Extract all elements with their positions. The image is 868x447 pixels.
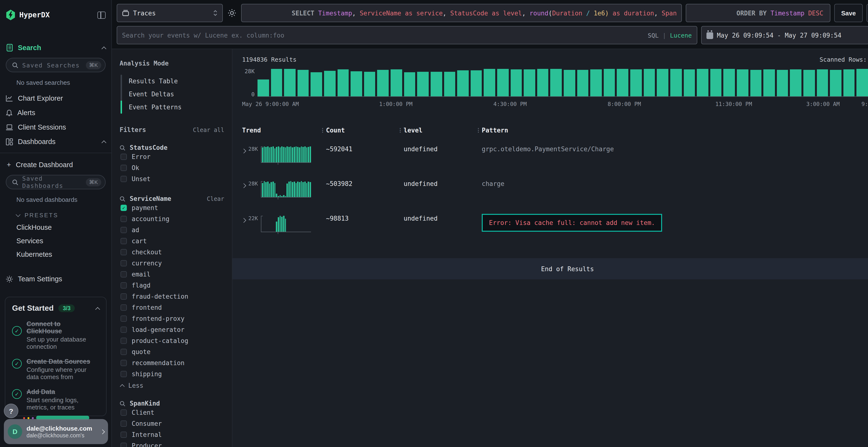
col-pattern[interactable]: Pattern	[482, 127, 868, 134]
filter-option-unset[interactable]: Unset	[120, 173, 224, 184]
save-button[interactable]: Save	[835, 4, 863, 22]
order-by-editor[interactable]: ORDER BY Timestamp DESC	[686, 4, 831, 22]
event-search-box[interactable]: SQL | Lucene	[117, 26, 697, 44]
checkbox[interactable]	[121, 315, 127, 322]
checkbox[interactable]	[121, 282, 127, 288]
filter-option-producer[interactable]: Producer	[120, 440, 224, 447]
checkbox[interactable]	[121, 260, 127, 266]
expand-row-icon[interactable]	[242, 145, 245, 163]
checkbox[interactable]	[121, 420, 127, 427]
checkbox[interactable]	[121, 349, 127, 355]
expand-row-icon[interactable]	[242, 215, 245, 232]
mode-event-patterns[interactable]: Event Patterns	[121, 101, 224, 114]
filter-option-shipping[interactable]: shipping	[120, 369, 224, 380]
checkbox[interactable]	[121, 176, 127, 182]
expand-row-icon[interactable]	[242, 180, 245, 198]
alerts-button[interactable]: Alerts	[866, 4, 868, 22]
table-row[interactable]: 28K ~592041 undefined grpc.oteldemo.Paym…	[242, 142, 868, 169]
query-language-toggle[interactable]: SQL | Lucene	[648, 32, 692, 39]
search-icon[interactable]	[120, 145, 125, 150]
checkbox[interactable]	[121, 432, 127, 438]
filter-option-product-catalog[interactable]: product-catalog	[120, 335, 224, 346]
sidebar-item-client-sessions[interactable]: Client Sessions	[0, 120, 112, 134]
sidebar-item-alerts[interactable]: Alerts	[0, 105, 112, 120]
sidebar-item-search[interactable]: Search	[0, 40, 112, 55]
source-settings-button[interactable]	[227, 4, 237, 22]
highlighted-pattern-cell[interactable]: Error: Visa cache full: cannot add new i…	[482, 214, 662, 232]
checkbox[interactable]	[121, 271, 127, 277]
source-select[interactable]: Traces	[117, 4, 223, 22]
clear-link[interactable]: Clear	[207, 195, 224, 202]
checkbox[interactable]	[121, 409, 127, 416]
filter-option-recommendation[interactable]: recommendation	[120, 357, 224, 369]
filter-option-currency[interactable]: currency	[120, 258, 224, 269]
get-started-item[interactable]: ✓ Create Data Sources Configure where yo…	[12, 358, 99, 381]
checkbox[interactable]	[121, 371, 127, 377]
sidebar-item-create-dashboard[interactable]: + Create Dashboard	[0, 157, 112, 172]
table-row[interactable]: 22K ~98813 undefined Error: Visa cache f…	[242, 211, 868, 246]
filter-option-checkout[interactable]: checkout	[120, 247, 224, 258]
user-menu[interactable]: D dale@clickhouse.com dale@clickhouse.co…	[4, 419, 108, 444]
date-range-picker[interactable]: May 26 09:09:54 - May 27 09:09:54	[701, 26, 868, 44]
get-started-item[interactable]: ✓ Add Data Start sending logs, metrics, …	[12, 388, 99, 411]
search-icon[interactable]	[120, 401, 125, 406]
mode-results-table[interactable]: Results Table	[121, 75, 224, 88]
checkbox-checked[interactable]	[121, 205, 127, 211]
filter-option-accounting[interactable]: accounting	[120, 213, 224, 225]
checkbox[interactable]	[121, 238, 127, 244]
saved-searches-input[interactable]: Saved Searches ⌘K	[6, 58, 105, 72]
show-less-toggle[interactable]: Less	[120, 380, 224, 389]
checkbox[interactable]	[121, 153, 127, 160]
preset-kubernetes[interactable]: Kubernetes	[0, 248, 112, 261]
collapse-sidebar-icon[interactable]	[97, 11, 105, 19]
column-resize-handle[interactable]: ⋮	[475, 127, 482, 134]
filter-option-load-generator[interactable]: load-generator	[120, 324, 224, 335]
sidebar-item-chart-explorer[interactable]: Chart Explorer	[0, 91, 112, 105]
preset-clickhouse[interactable]: ClickHouse	[0, 220, 112, 234]
checkbox[interactable]	[121, 360, 127, 366]
checkbox[interactable]	[121, 338, 127, 344]
column-resize-handle[interactable]: ⋮	[397, 127, 404, 134]
lang-lucene[interactable]: Lucene	[670, 32, 692, 39]
checkbox[interactable]	[121, 249, 127, 255]
clear-all-link[interactable]: Clear all	[193, 127, 224, 133]
checkbox[interactable]	[121, 227, 127, 233]
filter-option-frontend[interactable]: frontend	[120, 302, 224, 313]
chevron-up-icon[interactable]	[95, 307, 100, 312]
filter-option-quote[interactable]: quote	[120, 346, 224, 357]
filter-option-payment[interactable]: payment	[120, 202, 224, 213]
help-button[interactable]: ?	[4, 404, 18, 418]
results-histogram[interactable]: 28K 0 May 26 9:00:00 AM 1:00:00 PM 4:30:…	[242, 68, 868, 110]
filter-option-ad[interactable]: ad	[120, 225, 224, 236]
lang-sql[interactable]: SQL	[648, 32, 659, 39]
filter-option-ok[interactable]: Ok	[120, 162, 224, 173]
filter-option-error[interactable]: Error	[120, 151, 224, 162]
search-input[interactable]	[122, 32, 644, 39]
checkbox[interactable]	[121, 326, 127, 333]
col-trend[interactable]: Trend	[242, 127, 319, 134]
checkbox[interactable]	[121, 216, 127, 222]
search-icon[interactable]	[120, 196, 125, 202]
preset-services[interactable]: Services	[0, 234, 112, 248]
filter-option-fraud-detection[interactable]: fraud-detection	[120, 291, 224, 302]
checkbox[interactable]	[121, 443, 127, 447]
saved-dashboards-input[interactable]: Saved Dashboards ⌘K	[6, 175, 105, 189]
sql-select-editor[interactable]: SELECT Timestamp, ServiceName as service…	[241, 4, 682, 22]
filter-option-flagd[interactable]: flagd	[120, 280, 224, 291]
table-row[interactable]: 28K ~503982 undefined charge	[242, 176, 868, 203]
sidebar-item-team-settings[interactable]: Team Settings	[0, 272, 112, 286]
checkbox[interactable]	[121, 294, 127, 300]
sidebar-item-dashboards[interactable]: Dashboards	[0, 134, 112, 149]
filter-option-internal[interactable]: Internal	[120, 429, 224, 440]
filter-option-consumer[interactable]: Consumer	[120, 418, 224, 429]
filter-option-client[interactable]: Client	[120, 407, 224, 418]
filter-option-frontend-proxy[interactable]: frontend-proxy	[120, 313, 224, 324]
filter-option-cart[interactable]: cart	[120, 236, 224, 247]
column-resize-handle[interactable]: ⋮	[319, 127, 326, 134]
filter-option-email[interactable]: email	[120, 269, 224, 280]
mode-event-deltas[interactable]: Event Deltas	[121, 88, 224, 101]
presets-toggle[interactable]: PRESETS	[0, 208, 112, 220]
checkbox[interactable]	[121, 304, 127, 311]
get-started-item[interactable]: ✓ Connect to ClickHouse Set up your data…	[12, 320, 99, 350]
col-level[interactable]: level	[404, 127, 475, 134]
